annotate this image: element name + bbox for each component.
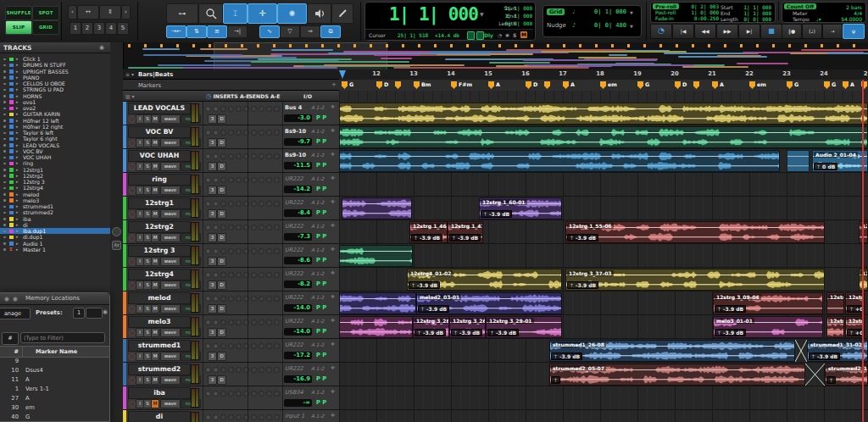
marker-flag-icon[interactable] [342, 81, 348, 89]
send-slot[interactable] [274, 248, 280, 254]
send-slot[interactable] [266, 367, 272, 373]
clip-gain-badge[interactable]: ↑ -3.9 dB [551, 353, 582, 360]
zoom-in-arrow-icon[interactable]: › [121, 5, 131, 19]
clip-gain-badge[interactable]: ↑ -3.9 dB [567, 281, 598, 289]
main-counter[interactable]: 1| 1| 000 [389, 4, 478, 25]
track-show-dot-icon[interactable] [3, 163, 6, 165]
track-list-item-strummed1[interactable]: ▸strummed1 [0, 203, 110, 209]
insert-slot[interactable] [236, 319, 242, 325]
zoom-toggle-icon[interactable]: Az [112, 241, 121, 250]
insert-slot[interactable] [220, 343, 226, 349]
audio-clip-strummed1-26-08[interactable]: strummed1_26-08↑ -3.9 dB [549, 340, 795, 362]
track-show-dot-icon[interactable] [3, 108, 6, 110]
marker-label-g-10[interactable]: G [645, 81, 649, 87]
track-name[interactable]: strummed1 [128, 340, 191, 352]
send-slot[interactable] [274, 225, 280, 230]
insert-slot[interactable] [213, 201, 219, 207]
clip-gain-badge[interactable]: ↑ -3.9 dB [715, 305, 746, 313]
track-show-dot-icon[interactable] [3, 206, 6, 208]
grid-note-icon[interactable]: ♩ [572, 8, 575, 15]
insert-slot[interactable] [236, 130, 242, 136]
send-slot[interactable] [266, 414, 272, 420]
track-name[interactable]: melo3 [128, 316, 191, 328]
insert-plugin-d[interactable]: D [217, 304, 226, 314]
insert-slot[interactable] [228, 367, 234, 373]
mute-button[interactable]: M [151, 257, 159, 266]
track-list-item-horns[interactable]: ▸HORNS [0, 93, 110, 99]
track-show-dot-icon[interactable] [3, 248, 6, 251]
track-name[interactable]: iba [128, 387, 191, 399]
track-list-item-piano[interactable]: ▸PIANO [0, 75, 110, 81]
mode-slip-button[interactable]: SLIP [5, 20, 32, 35]
ruler-mode-label[interactable]: Bars|Beats [138, 71, 173, 78]
sel-start-value[interactable]: 1| 1| 000 [501, 5, 532, 11]
volume-display[interactable]: -3.0 [284, 114, 312, 122]
audio-clip[interactable] [339, 103, 868, 125]
pan-display[interactable]: P P [316, 352, 326, 358]
record-enable-button[interactable] [129, 401, 136, 408]
layered-editing-button[interactable]: ⇒ [300, 25, 320, 38]
clip-gain-badge[interactable]: ↑ -3.9 dB [415, 329, 446, 336]
markers-ruler[interactable]: GDBmF#mADAemGDAemGGA [339, 80, 868, 92]
session-status-icon[interactable]: ✱ [505, 32, 509, 38]
track-lanes[interactable]: Audio 2_01-04↑ 0 dB12strg 1_60-01↑ -3.9 … [339, 102, 868, 422]
clip-gain-badge[interactable]: ↑ -3.9 dB [411, 234, 442, 242]
audio-clip[interactable] [339, 245, 413, 267]
marker-label-g-0[interactable]: G [349, 81, 353, 87]
pan-display[interactable]: P P [316, 257, 326, 264]
track-list-item-iba[interactable]: ▸iba [0, 216, 110, 222]
track-view-selector[interactable]: wave [160, 399, 181, 408]
zoom-preset-3-button[interactable]: 3 [93, 22, 105, 35]
track-show-dot-icon[interactable] [3, 230, 6, 233]
record-enable-button[interactable] [129, 211, 136, 218]
timebase-clock-icon[interactable]: ◔ [498, 32, 502, 38]
filter-number-button[interactable]: # [2, 332, 19, 345]
playhead-flag-icon[interactable] [339, 70, 346, 79]
record-enable-button[interactable] [129, 353, 136, 360]
track-list-item-di[interactable]: ▸di [0, 222, 110, 228]
output-channel[interactable]: A 1-2 [311, 319, 324, 324]
track-show-dot-icon[interactable] [3, 83, 6, 86]
online-button[interactable]: ◔ [650, 24, 672, 39]
record-enable-button[interactable] [129, 235, 136, 242]
insert-slot[interactable] [220, 367, 226, 373]
insert-plugin-3[interactable]: 3 [208, 375, 217, 385]
track-list-item-taylor-6-right[interactable]: ▸Taylor 6 right [0, 136, 110, 142]
send-slot[interactable] [259, 414, 264, 420]
insert-slot[interactable] [220, 248, 226, 254]
insert-slot[interactable] [236, 296, 242, 302]
lane-12strg-3[interactable] [339, 244, 868, 268]
clip-gain-badge[interactable]: ↑ -3.9 dB [409, 281, 440, 289]
mode-grid-button[interactable]: GRID [32, 20, 59, 35]
insert-slot[interactable] [213, 248, 219, 254]
track-height-zoom-icon[interactable]: ⇕ [99, 5, 121, 19]
track-view-selector[interactable]: wave [160, 257, 181, 266]
output-channel[interactable]: A 1-2 [311, 200, 324, 205]
insert-slot[interactable] [236, 201, 242, 207]
grabber-tool-button[interactable]: ✛ [248, 3, 277, 24]
audio-clip-12strg-3-29-01[interactable]: 12strg 3_29-01↑ -3.9 dB [486, 316, 562, 338]
track-name[interactable]: 12strg2 [128, 221, 191, 233]
audio-clip-12strg-3-37-03[interactable]: 12strg 3_37-03↑ -3.9 dB [565, 269, 825, 291]
insert-slot[interactable] [213, 272, 219, 278]
mute-badge[interactable]: M [520, 31, 527, 38]
send-slot[interactable] [274, 177, 280, 183]
mute-button[interactable]: M [151, 304, 159, 314]
send-slot[interactable] [251, 414, 257, 420]
track-show-dot-icon[interactable] [3, 181, 6, 184]
output-assignment[interactable]: UR222 [285, 365, 303, 372]
preset-1-button[interactable]: 1 [73, 308, 85, 319]
mute-button[interactable]: M [151, 233, 159, 242]
track-show-dot-icon[interactable] [3, 218, 6, 220]
clip-gain-badge[interactable]: ↑ -3.9 dB [567, 234, 598, 242]
lane-iba[interactable] [339, 386, 868, 410]
audio-clip-12strg-3-09-04[interactable]: 12strg 3_09-04↑ -3.9 dB [713, 292, 823, 314]
lane-12strg1[interactable] [339, 197, 868, 220]
track-list-item-audio-1[interactable]: ▸Audio 1 [0, 241, 110, 247]
insert-plugin-d[interactable]: D [217, 138, 226, 147]
send-slot[interactable] [259, 130, 264, 136]
marker-label-g-15[interactable]: G [794, 81, 798, 87]
nudge-note-icon[interactable]: ♪ [572, 22, 576, 29]
track-show-dot-icon[interactable] [3, 114, 6, 116]
track-show-dot-icon[interactable] [3, 199, 6, 202]
